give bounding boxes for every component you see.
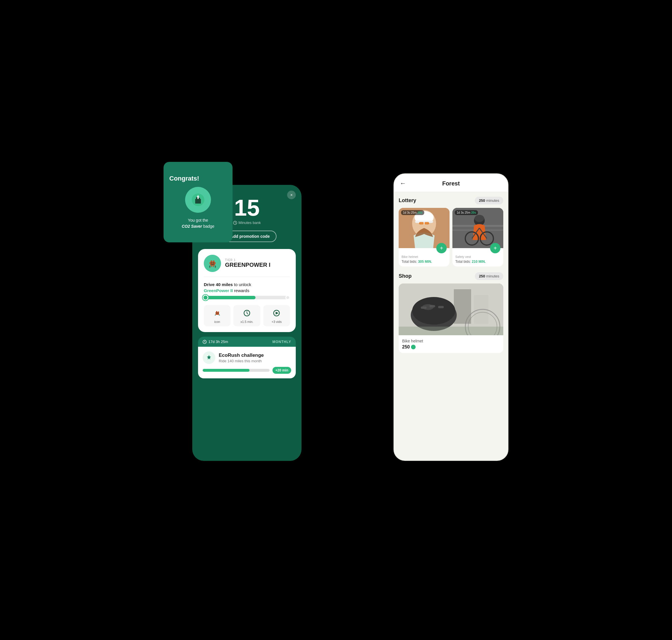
- challenge-progress-bar: [203, 369, 269, 372]
- shop-section-title: Shop: [399, 273, 412, 279]
- svg-rect-1: [195, 199, 201, 204]
- lottery-item-1[interactable]: 1d 3u 25m 20s + Bike helmet Total bids: …: [399, 208, 450, 266]
- shop-item-1-name: Bike helmet: [402, 339, 500, 343]
- lottery-item-1-bids: Total bids: 305 MIN.: [401, 260, 447, 264]
- svg-point-59: [422, 304, 434, 310]
- congrats-badge-icon: [185, 187, 211, 213]
- challenge-icon: [203, 351, 215, 364]
- reward-label-time: x1.5 min.: [240, 320, 253, 323]
- lottery-item-2[interactable]: 1d 3u 25m 20s + Safety vest Total bids: …: [452, 208, 503, 266]
- svg-marker-31: [276, 312, 278, 315]
- lottery-item-2-bids: Total bids: 210 MIN.: [455, 260, 500, 264]
- right-phone-content[interactable]: Lottery 250 minutes: [394, 192, 508, 460]
- challenge-frequency: MONTHLY: [273, 340, 291, 344]
- svg-rect-11: [211, 262, 212, 263]
- svg-rect-23: [216, 311, 217, 312]
- tier-name: GREENPOWER I: [225, 262, 271, 268]
- shop-item-1-info: Bike helmet 250: [399, 335, 503, 353]
- svg-rect-20: [209, 267, 210, 268]
- challenge-timer: 17d 3h 25m: [203, 339, 228, 344]
- svg-rect-26: [218, 313, 218, 314]
- minutes-label: Minutes bank: [233, 220, 261, 225]
- challenge-description: Ride 140 miles this month: [219, 359, 264, 363]
- progress-fill: [204, 296, 255, 299]
- challenge-progress-row: +20 min: [203, 367, 291, 374]
- tier-info: TIER 1 GREENPOWER I: [225, 259, 271, 268]
- svg-rect-38: [415, 220, 433, 223]
- challenge-card: 17d 3h 25m MONTHLY EcoRush challenge Rid…: [198, 337, 296, 378]
- congrats-card: Congrats! You got the CO2 Saver badge: [163, 162, 233, 242]
- lottery-item-2-timer: 1d 3u 25m 20s: [455, 210, 478, 215]
- challenge-header: 17d 3h 25m MONTHLY: [198, 337, 296, 347]
- right-phone-header: ← Forest: [394, 174, 508, 192]
- greenpower-card: TIER 1 GREENPOWER I Drive 40 miles to un…: [198, 249, 296, 332]
- lottery-item-2-add-button[interactable]: +: [490, 243, 500, 253]
- svg-rect-9: [211, 261, 212, 262]
- lottery-item-1-category: Bike helmet: [401, 255, 447, 259]
- shop-item-1-image: [399, 283, 503, 335]
- svg-rect-2: [196, 197, 198, 200]
- reward-vids-item: +3 vids: [263, 305, 290, 326]
- avatar: [204, 255, 221, 272]
- svg-rect-15: [215, 262, 216, 264]
- shop-section-header: Shop 250 minutes: [399, 272, 503, 280]
- lottery-item-2-image: 1d 3u 25m 20s +: [452, 208, 503, 248]
- reward-time-item: x1.5 min.: [233, 305, 260, 326]
- helmet-img: [399, 283, 503, 335]
- svg-rect-24: [218, 311, 219, 312]
- shop-item-1-price: 250: [402, 345, 500, 350]
- lottery-item-2-category: Safety vest: [455, 255, 500, 259]
- forest-title: Forest: [409, 180, 493, 187]
- reward-time-graphic: [242, 308, 252, 318]
- svg-rect-8: [210, 262, 215, 266]
- coin-icon: [411, 345, 415, 349]
- reward-icon-item: icon: [204, 305, 231, 326]
- svg-rect-17: [213, 266, 214, 267]
- svg-rect-39: [419, 222, 424, 224]
- drive-text: Drive 40 miles to unlock GreenPower II r…: [204, 281, 290, 293]
- svg-rect-10: [213, 261, 215, 262]
- svg-rect-14: [209, 262, 210, 264]
- lottery-section-title: Lottery: [399, 198, 416, 204]
- challenge-title: EcoRush challenge: [219, 352, 264, 358]
- challenge-title-row: EcoRush challenge Ride 140 miles this mo…: [203, 351, 291, 364]
- svg-point-45: [474, 215, 484, 222]
- progress-bar: [204, 296, 290, 299]
- tier-level: TIER 1: [225, 259, 271, 262]
- minutes-number: 15: [234, 197, 260, 219]
- svg-rect-3: [199, 198, 200, 200]
- progress-thumb: [203, 295, 208, 301]
- lottery-section-header: Lottery 250 minutes: [399, 197, 503, 204]
- svg-rect-52: [454, 289, 471, 324]
- svg-rect-16: [211, 266, 212, 267]
- reward-label-icon: icon: [215, 320, 220, 323]
- shop-minutes-badge: 250 minutes: [475, 272, 503, 280]
- challenge-badge: +20 min: [273, 367, 291, 374]
- challenge-progress-fill: [203, 369, 249, 372]
- congrats-body-text: You got the CO2 Saver badge: [182, 217, 215, 230]
- lottery-item-1-image: 1d 3u 25m 20s +: [399, 208, 450, 248]
- reward-vids-graphic: [271, 308, 282, 318]
- svg-rect-62: [399, 326, 503, 335]
- challenge-body: EcoRush challenge Ride 140 miles this mo…: [198, 347, 296, 378]
- svg-rect-12: [213, 262, 214, 263]
- svg-rect-25: [216, 313, 217, 314]
- lottery-item-1-timer: 1d 3u 25m 20s: [401, 210, 424, 215]
- lottery-item-1-add-button[interactable]: +: [436, 243, 447, 253]
- svg-point-55: [412, 297, 455, 324]
- svg-rect-13: [211, 264, 214, 265]
- svg-rect-22: [216, 312, 219, 315]
- svg-rect-58: [438, 306, 444, 308]
- svg-rect-5: [198, 197, 199, 199]
- close-button[interactable]: ×: [287, 191, 296, 199]
- progress-end: [286, 295, 290, 300]
- lottery-items-row: 1d 3u 25m 20s + Bike helmet Total bids: …: [399, 208, 503, 266]
- tier-row: TIER 1 GREENPOWER I: [204, 255, 290, 277]
- back-button[interactable]: ←: [400, 180, 409, 187]
- svg-rect-21: [215, 267, 216, 268]
- shop-item-1[interactable]: Bike helmet 250: [399, 283, 503, 353]
- congrats-title: Congrats!: [169, 175, 199, 182]
- rewards-row: icon x1.5 min.: [204, 305, 290, 326]
- svg-rect-40: [425, 222, 429, 224]
- reward-icon-graphic: [212, 308, 222, 318]
